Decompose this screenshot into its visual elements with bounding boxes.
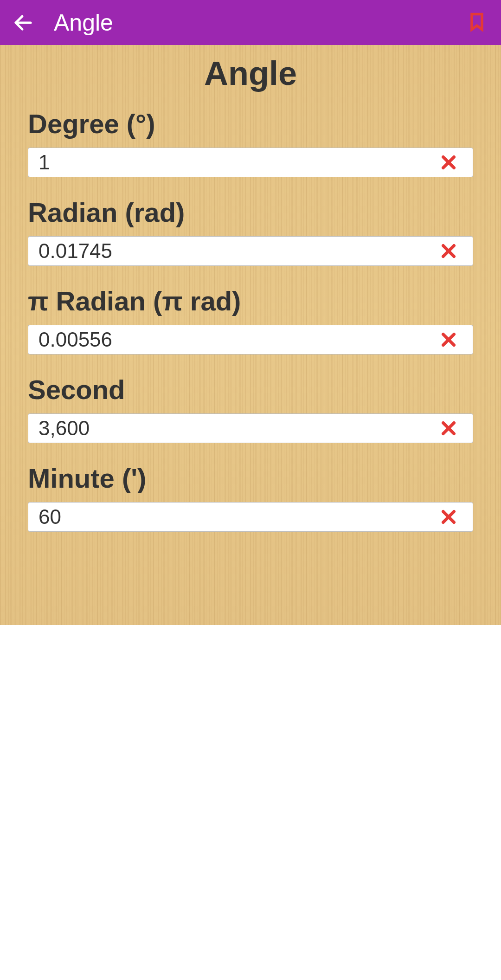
close-icon bbox=[439, 508, 458, 526]
input-wrap-degree bbox=[28, 148, 473, 177]
field-label-radian: Radian (rad) bbox=[28, 197, 473, 228]
arrow-left-icon bbox=[12, 12, 34, 34]
input-wrap-pi-radian bbox=[28, 325, 473, 355]
close-icon bbox=[439, 242, 458, 260]
degree-input[interactable] bbox=[39, 151, 437, 174]
clear-second-button[interactable] bbox=[437, 417, 460, 439]
app-header: Angle bbox=[0, 0, 501, 45]
field-label-pi-radian: π Radian (π rad) bbox=[28, 285, 473, 316]
field-radian: Radian (rad) bbox=[28, 197, 473, 266]
input-wrap-radian bbox=[28, 236, 473, 266]
field-degree: Degree (°) bbox=[28, 108, 473, 177]
clear-radian-button[interactable] bbox=[437, 240, 460, 262]
input-wrap-second bbox=[28, 413, 473, 443]
second-input[interactable] bbox=[39, 417, 437, 440]
field-second: Second bbox=[28, 374, 473, 443]
bookmark-icon bbox=[467, 12, 487, 32]
field-minute: Minute (') bbox=[28, 463, 473, 532]
clear-minute-button[interactable] bbox=[437, 506, 460, 528]
field-label-minute: Minute (') bbox=[28, 463, 473, 494]
close-icon bbox=[439, 419, 458, 438]
field-pi-radian: π Radian (π rad) bbox=[28, 285, 473, 355]
minute-input[interactable] bbox=[39, 505, 437, 529]
input-wrap-minute bbox=[28, 502, 473, 532]
close-icon bbox=[439, 153, 458, 172]
clear-pi-radian-button[interactable] bbox=[437, 329, 460, 351]
field-label-second: Second bbox=[28, 374, 473, 405]
close-icon bbox=[439, 330, 458, 349]
field-label-degree: Degree (°) bbox=[28, 108, 473, 139]
header-title: Angle bbox=[54, 9, 113, 36]
bookmark-button[interactable] bbox=[467, 12, 487, 34]
clear-degree-button[interactable] bbox=[437, 151, 460, 174]
page-title: Angle bbox=[28, 54, 473, 92]
back-button[interactable] bbox=[9, 9, 37, 37]
content-area: Angle Degree (°) Radian (rad) bbox=[0, 45, 501, 625]
radian-input[interactable] bbox=[39, 239, 437, 263]
pi-radian-input[interactable] bbox=[39, 328, 437, 351]
